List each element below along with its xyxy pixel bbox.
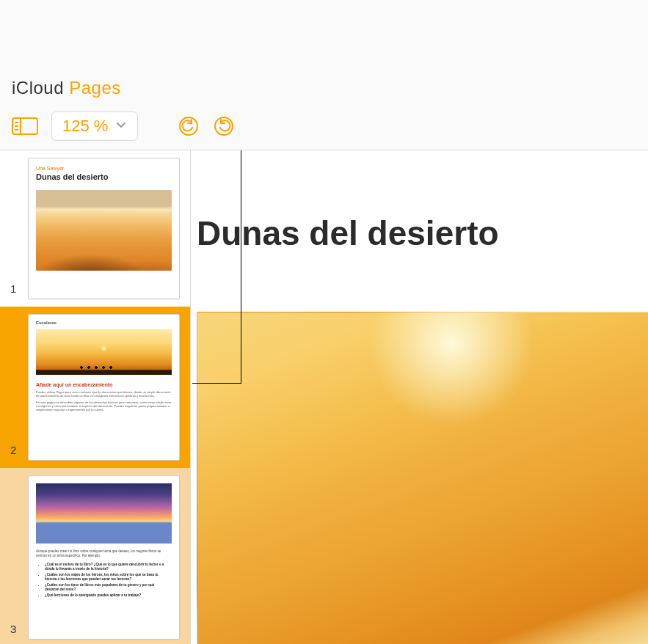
thumb-title: Dunas del desierto bbox=[29, 172, 179, 187]
page-number: 3 bbox=[10, 623, 22, 640]
page-thumbnails-sidebar: 1 Una Sawyer Dunas del desierto 2 Escale… bbox=[0, 150, 191, 644]
page-number: 1 bbox=[10, 282, 22, 299]
thumb-body: En esta página se describen algunos de l… bbox=[29, 399, 179, 413]
thumb-bullet: ¿Cuáles son los viajes de los héroes, lo… bbox=[45, 573, 169, 582]
thumb-image bbox=[36, 329, 172, 375]
document-title[interactable]: Dunas del desierto bbox=[191, 213, 648, 253]
brand-app: Pages bbox=[69, 78, 121, 98]
document-canvas[interactable]: Dunas del desierto bbox=[191, 150, 648, 644]
thumb-body: Aunque puedes crear un libro sobre cualq… bbox=[29, 548, 179, 560]
redo-button[interactable] bbox=[213, 115, 235, 137]
thumbnail-page-1[interactable]: 1 Una Sawyer Dunas del desierto bbox=[0, 150, 190, 307]
thumb-bullets: ¿Cuál es el motivo de tu libro? ¿Qué es … bbox=[29, 560, 179, 601]
thumb-image bbox=[36, 483, 172, 544]
app-header: iCloud Pages 125 % bbox=[0, 0, 648, 150]
thumb-body: Puedes utilizar Pages para crear cualqui… bbox=[29, 389, 179, 399]
thumb-image bbox=[36, 190, 172, 271]
page-number: 2 bbox=[10, 444, 22, 461]
undo-button[interactable] bbox=[178, 115, 200, 137]
thumbnail-preview: Escaleras Añade aquí un encabezamiento P… bbox=[28, 314, 180, 461]
thumbnail-preview: Aunque puedes crear un libro sobre cualq… bbox=[28, 475, 180, 640]
brand: iCloud Pages bbox=[12, 78, 121, 98]
zoom-dropdown[interactable]: 125 % bbox=[51, 111, 138, 141]
thumb-bullet: ¿Cuál es el motivo de tu libro? ¿Qué es … bbox=[45, 563, 169, 571]
thumbnail-preview: Una Sawyer Dunas del desierto bbox=[28, 158, 180, 299]
thumb-bullet: ¿Qué lecciones de lo averiguado puedes a… bbox=[45, 593, 169, 598]
brand-icloud: iCloud bbox=[12, 78, 64, 98]
thumb-header: Escaleras bbox=[29, 315, 179, 328]
thumbnail-page-3[interactable]: 3 Aunque puedes crear un libro sobre cua… bbox=[0, 468, 190, 644]
thumb-red-heading: Añade aquí un encabezamiento bbox=[29, 379, 179, 389]
thumb-subhead: Una Sawyer bbox=[29, 158, 179, 172]
thumbnail-page-2[interactable]: 2 Escaleras Añade aquí un encabezamiento… bbox=[0, 307, 190, 468]
zoom-value: 125 % bbox=[62, 117, 108, 136]
chevron-down-icon bbox=[115, 119, 127, 133]
view-options-button[interactable] bbox=[12, 116, 38, 136]
thumb-bullet: ¿Cuáles son los tipos de libros más popu… bbox=[45, 583, 169, 592]
annotation-line bbox=[192, 383, 241, 384]
document-hero-image[interactable] bbox=[197, 312, 648, 644]
